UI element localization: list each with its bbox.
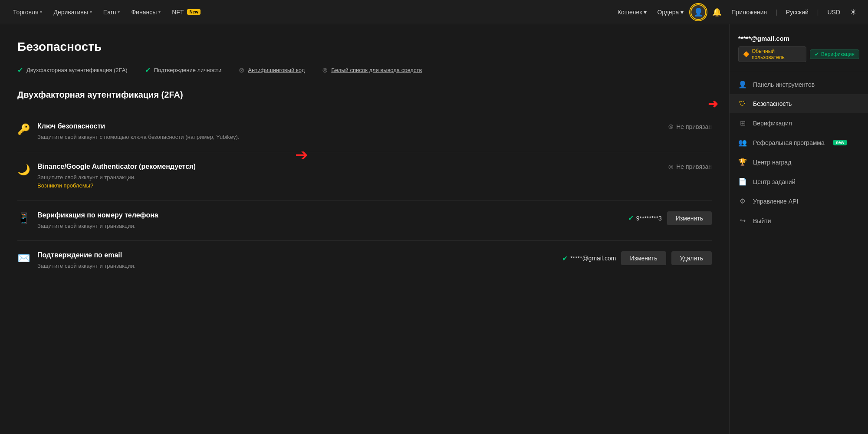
chevron-down-icon: ▾ (40, 10, 42, 14)
sidebar-item-api[interactable]: ⚙ Управление API (730, 191, 868, 211)
nav-nft[interactable]: NFT New (168, 6, 205, 18)
new-badge: new (833, 140, 847, 145)
security-item-left: ✉️ Подтверждение по email Защитите свой … (17, 251, 562, 270)
security-item-phone: 📱 Верификация по номеру телефона Защитит… (17, 201, 712, 241)
status-2fa: ✔ Двухфакторная аутентификация (2FA) (17, 66, 128, 74)
nft-new-badge: New (187, 9, 201, 15)
navbar: Торговля ▾ Деривативы ▾ Earn ▾ Финансы ▾… (0, 0, 868, 24)
phone-icon: 📱 (17, 212, 30, 224)
security-item-desc: Защитите свой аккаунт и транзакции. (37, 222, 599, 230)
check-gray-icon: ⊗ (322, 66, 328, 74)
change-email-button[interactable]: Изменить (621, 251, 666, 265)
security-item-right: ✔ 9********3 Изменить (599, 211, 712, 225)
nav-left: Торговля ▾ Деривативы ▾ Earn ▾ Финансы ▾… (9, 6, 205, 18)
nav-ordera[interactable]: Ордера ▾ (654, 6, 687, 18)
security-item-key: 🔑 Ключ безопасности Защитите свой аккаун… (17, 112, 712, 152)
nav-torgovlya[interactable]: Торговля ▾ (9, 6, 46, 18)
grid-icon: ⊞ (738, 119, 747, 127)
sidebar-item-rewards[interactable]: 🏆 Центр наград (730, 152, 868, 172)
section-2fa-title: Двухфакторная аутентификация (2FA) (17, 90, 712, 100)
user-icon: 👤 (694, 7, 703, 17)
status-bar: ✔ Двухфакторная аутентификация (2FA) ✔ П… (17, 66, 712, 74)
email-icon: ✉️ (17, 252, 30, 264)
not-linked-status: ⊗ Не привязан (668, 122, 712, 131)
red-arrow-indicator: ➔ (295, 146, 308, 164)
person-icon: 👤 (738, 80, 747, 89)
user-avatar-button[interactable]: 👤 (690, 4, 706, 20)
logout-icon: ↪ (738, 217, 747, 225)
sidebar-item-dashboard[interactable]: 👤 Панель инструментов (730, 75, 868, 94)
trophy-icon: 🏆 (738, 158, 747, 166)
chevron-down-icon: ▾ (681, 9, 684, 16)
dot-gray-icon: ⊗ (668, 122, 674, 131)
linked-status: ✔ *****@gmail.com (562, 254, 616, 263)
theme-toggle-icon[interactable]: ☀ (847, 5, 859, 20)
user-badges: 🔶 Обычный пользователь ✔ Верификация (738, 46, 859, 62)
verification-badge: ✔ Верификация (810, 49, 859, 59)
check-gray-icon: ⊗ (239, 66, 244, 74)
sidebar-item-security[interactable]: ➜ 🛡 Безопасность (730, 94, 868, 113)
notification-bell-icon[interactable]: 🔔 (710, 5, 724, 20)
sidebar-item-verification[interactable]: ⊞ Верификация (730, 113, 868, 133)
security-item-desc: Защитите свой аккаунт с помощью ключа бе… (37, 133, 599, 141)
nav-apps[interactable]: Приложения (728, 6, 770, 18)
dot-green-icon: ✔ (562, 254, 568, 263)
nav-currency[interactable]: USD (824, 6, 844, 18)
security-item-desc: Защитите свой аккаунт и транзакции. Возн… (37, 173, 599, 190)
sidebar-item-referral[interactable]: 👥 Реферальная программа new (730, 133, 868, 152)
security-item-name: Подтверждение по email (37, 251, 562, 259)
security-info: Верификация по номеру телефона Защитите … (37, 211, 599, 230)
user-email-section: *****@gmail.com 🔶 Обычный пользователь ✔… (730, 35, 868, 71)
nav-earn[interactable]: Earn ▾ (99, 6, 125, 18)
chevron-down-icon: ▾ (644, 9, 647, 16)
status-identity: ✔ Подтверждение личности (145, 66, 222, 74)
security-item-authenticator: 🌙 Binance/Google Authenticator (рекоменд… (17, 152, 712, 201)
right-sidebar: *****@gmail.com 🔶 Обычный пользователь ✔… (729, 24, 868, 434)
security-item-email: ✉️ Подтверждение по email Защитите свой … (17, 241, 712, 281)
chevron-down-icon: ▾ (90, 10, 92, 14)
status-antiphishing[interactable]: ⊗ Антифишинговый код (239, 66, 305, 74)
check-icon: ✔ (17, 66, 23, 74)
shield-icon: 🛡 (738, 100, 747, 108)
security-item-right: ⊗ Не привязан (599, 122, 712, 131)
user-email: *****@gmail.com (738, 35, 859, 42)
chevron-down-icon: ▾ (158, 10, 161, 14)
divider: | (815, 9, 821, 16)
sidebar-item-tasks[interactable]: 📄 Центр заданий (730, 172, 868, 191)
nav-language[interactable]: Русский (783, 6, 812, 18)
security-item-left: 🔑 Ключ безопасности Защитите свой аккаун… (17, 122, 599, 141)
divider: | (774, 9, 779, 16)
security-info: Подтверждение по email Защитите свой акк… (37, 251, 562, 270)
status-whitelist[interactable]: ⊗ Белый список для вывода средств (322, 66, 422, 74)
problem-link[interactable]: Возникли проблемы? (37, 182, 93, 189)
delete-email-button[interactable]: Удалить (671, 251, 712, 265)
security-info: Binance/Google Authenticator (рекомендуе… (37, 163, 599, 190)
person-plus-icon: 👥 (738, 138, 747, 147)
check-verified-icon: ✔ (815, 51, 819, 57)
ordinary-user-badge: 🔶 Обычный пользователь (738, 46, 806, 62)
content-area: Безопасность ✔ Двухфакторная аутентифика… (0, 24, 729, 434)
dot-green-icon: ✔ (628, 214, 634, 222)
sidebar-item-logout[interactable]: ↪ Выйти (730, 211, 868, 230)
security-info: Ключ безопасности Защитите свой аккаунт … (37, 122, 599, 141)
security-item-desc: Защитите свой аккаунт и транзакции. (37, 262, 562, 270)
main-container: Безопасность ✔ Двухфакторная аутентифика… (0, 24, 868, 434)
nav-koshelek[interactable]: Кошелек ▾ (614, 6, 651, 18)
nav-finansy[interactable]: Финансы ▾ (127, 6, 165, 18)
sidebar-menu: 👤 Панель инструментов ➜ 🛡 Безопасность ⊞… (730, 75, 868, 424)
diamond-icon: 🔶 (743, 51, 750, 57)
authenticator-icon: 🌙 (17, 164, 30, 176)
red-arrow-icon: ➜ (708, 97, 718, 111)
nav-derivativy[interactable]: Деривативы ▾ (49, 6, 96, 18)
security-item-name: Ключ безопасности (37, 122, 599, 130)
change-phone-button[interactable]: Изменить (667, 211, 712, 225)
api-icon: ⚙ (738, 197, 747, 205)
security-item-right: ⊗ Не привязан (599, 163, 712, 171)
key-icon: 🔑 (17, 123, 30, 135)
security-item-left: 📱 Верификация по номеру телефона Защитит… (17, 211, 599, 230)
chevron-down-icon: ▾ (118, 10, 120, 14)
security-item-left: 🌙 Binance/Google Authenticator (рекоменд… (17, 163, 599, 190)
not-linked-status: ⊗ Не привязан (668, 163, 712, 171)
document-icon: 📄 (738, 178, 747, 186)
linked-status: ✔ 9********3 (628, 214, 662, 222)
